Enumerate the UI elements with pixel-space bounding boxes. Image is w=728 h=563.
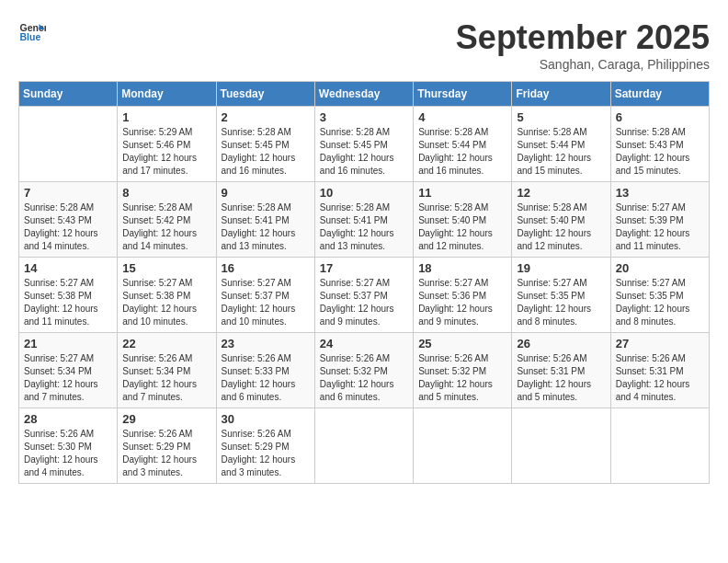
calendar-cell: 18Sunrise: 5:27 AM Sunset: 5:36 PM Dayli… [414, 258, 512, 333]
calendar-cell: 19Sunrise: 5:27 AM Sunset: 5:35 PM Dayli… [512, 258, 610, 333]
day-header-friday: Friday [512, 82, 610, 107]
day-info: Sunrise: 5:28 AM Sunset: 5:45 PM Dayligh… [320, 126, 408, 178]
day-header-thursday: Thursday [414, 82, 512, 107]
calendar-cell: 8Sunrise: 5:28 AM Sunset: 5:42 PM Daylig… [118, 182, 216, 258]
calendar-cell [512, 408, 610, 484]
day-number: 20 [616, 261, 704, 275]
day-number: 10 [320, 186, 408, 200]
calendar-cell: 6Sunrise: 5:28 AM Sunset: 5:43 PM Daylig… [610, 107, 709, 182]
calendar-cell: 17Sunrise: 5:27 AM Sunset: 5:37 PM Dayli… [314, 258, 413, 333]
calendar-cell: 1Sunrise: 5:29 AM Sunset: 5:46 PM Daylig… [118, 107, 216, 182]
day-number: 26 [517, 337, 605, 350]
day-number: 19 [517, 261, 605, 275]
logo: General Blue [18, 18, 46, 46]
calendar-cell [414, 408, 512, 484]
week-row-5: 28Sunrise: 5:26 AM Sunset: 5:30 PM Dayli… [19, 408, 710, 484]
day-info: Sunrise: 5:27 AM Sunset: 5:34 PM Dayligh… [24, 352, 112, 404]
calendar-header-row: SundayMondayTuesdayWednesdayThursdayFrid… [19, 82, 710, 107]
day-number: 2 [222, 110, 310, 124]
day-info: Sunrise: 5:28 AM Sunset: 5:40 PM Dayligh… [517, 201, 605, 253]
day-info: Sunrise: 5:26 AM Sunset: 5:32 PM Dayligh… [418, 352, 506, 404]
day-info: Sunrise: 5:27 AM Sunset: 5:39 PM Dayligh… [616, 201, 704, 253]
calendar-cell: 10Sunrise: 5:28 AM Sunset: 5:41 PM Dayli… [314, 182, 413, 258]
day-info: Sunrise: 5:26 AM Sunset: 5:34 PM Dayligh… [122, 352, 210, 404]
day-header-saturday: Saturday [610, 82, 709, 107]
day-header-tuesday: Tuesday [216, 82, 314, 107]
day-number: 8 [122, 186, 210, 200]
calendar-cell: 16Sunrise: 5:27 AM Sunset: 5:37 PM Dayli… [216, 258, 314, 333]
calendar-cell: 12Sunrise: 5:28 AM Sunset: 5:40 PM Dayli… [512, 182, 610, 258]
day-info: Sunrise: 5:26 AM Sunset: 5:31 PM Dayligh… [616, 352, 704, 404]
day-number: 5 [517, 110, 605, 124]
calendar-cell: 7Sunrise: 5:28 AM Sunset: 5:43 PM Daylig… [19, 182, 118, 258]
title-block: September 2025 Sanghan, Caraga, Philippi… [456, 18, 710, 72]
day-info: Sunrise: 5:27 AM Sunset: 5:37 PM Dayligh… [222, 277, 310, 328]
day-info: Sunrise: 5:26 AM Sunset: 5:30 PM Dayligh… [24, 428, 112, 479]
day-number: 30 [222, 412, 310, 426]
day-info: Sunrise: 5:26 AM Sunset: 5:32 PM Dayligh… [320, 352, 408, 404]
day-number: 28 [24, 412, 112, 426]
calendar-cell: 28Sunrise: 5:26 AM Sunset: 5:30 PM Dayli… [19, 408, 118, 484]
calendar-cell [314, 408, 413, 484]
calendar-cell: 25Sunrise: 5:26 AM Sunset: 5:32 PM Dayli… [414, 333, 512, 408]
day-info: Sunrise: 5:28 AM Sunset: 5:44 PM Dayligh… [517, 126, 605, 178]
calendar-cell: 11Sunrise: 5:28 AM Sunset: 5:40 PM Dayli… [414, 182, 512, 258]
day-header-sunday: Sunday [19, 82, 118, 107]
page-header: General Blue September 2025 Sanghan, Car… [18, 18, 710, 72]
calendar-cell: 24Sunrise: 5:26 AM Sunset: 5:32 PM Dayli… [314, 333, 413, 408]
calendar-cell: 15Sunrise: 5:27 AM Sunset: 5:38 PM Dayli… [118, 258, 216, 333]
day-number: 22 [122, 337, 210, 350]
day-info: Sunrise: 5:29 AM Sunset: 5:46 PM Dayligh… [122, 126, 210, 178]
day-header-monday: Monday [118, 82, 216, 107]
day-info: Sunrise: 5:27 AM Sunset: 5:35 PM Dayligh… [616, 277, 704, 328]
calendar-cell: 3Sunrise: 5:28 AM Sunset: 5:45 PM Daylig… [314, 107, 413, 182]
day-number: 1 [122, 110, 210, 124]
day-info: Sunrise: 5:26 AM Sunset: 5:29 PM Dayligh… [122, 428, 210, 479]
day-number: 7 [24, 186, 112, 200]
day-number: 29 [122, 412, 210, 426]
calendar-cell: 20Sunrise: 5:27 AM Sunset: 5:35 PM Dayli… [610, 258, 709, 333]
day-number: 18 [418, 261, 506, 275]
calendar-cell: 14Sunrise: 5:27 AM Sunset: 5:38 PM Dayli… [19, 258, 118, 333]
day-number: 4 [418, 110, 506, 124]
day-info: Sunrise: 5:28 AM Sunset: 5:43 PM Dayligh… [616, 126, 704, 178]
day-number: 17 [320, 261, 408, 275]
day-number: 11 [418, 186, 506, 200]
week-row-4: 21Sunrise: 5:27 AM Sunset: 5:34 PM Dayli… [19, 333, 710, 408]
day-info: Sunrise: 5:28 AM Sunset: 5:45 PM Dayligh… [222, 126, 310, 178]
day-number: 27 [616, 337, 704, 350]
day-number: 23 [222, 337, 310, 350]
location: Sanghan, Caraga, Philippines [456, 57, 710, 72]
calendar-cell: 9Sunrise: 5:28 AM Sunset: 5:41 PM Daylig… [216, 182, 314, 258]
calendar-cell: 27Sunrise: 5:26 AM Sunset: 5:31 PM Dayli… [610, 333, 709, 408]
calendar-table: SundayMondayTuesdayWednesdayThursdayFrid… [18, 81, 710, 484]
day-info: Sunrise: 5:27 AM Sunset: 5:37 PM Dayligh… [320, 277, 408, 328]
day-info: Sunrise: 5:26 AM Sunset: 5:31 PM Dayligh… [517, 352, 605, 404]
day-info: Sunrise: 5:27 AM Sunset: 5:38 PM Dayligh… [122, 277, 210, 328]
day-number: 14 [24, 261, 112, 275]
day-number: 25 [418, 337, 506, 350]
calendar-cell: 5Sunrise: 5:28 AM Sunset: 5:44 PM Daylig… [512, 107, 610, 182]
day-info: Sunrise: 5:27 AM Sunset: 5:36 PM Dayligh… [418, 277, 506, 328]
calendar-cell: 29Sunrise: 5:26 AM Sunset: 5:29 PM Dayli… [118, 408, 216, 484]
week-row-2: 7Sunrise: 5:28 AM Sunset: 5:43 PM Daylig… [19, 182, 710, 258]
calendar-cell [610, 408, 709, 484]
day-number: 24 [320, 337, 408, 350]
day-number: 3 [320, 110, 408, 124]
day-info: Sunrise: 5:28 AM Sunset: 5:41 PM Dayligh… [320, 201, 408, 253]
day-number: 15 [122, 261, 210, 275]
calendar-cell [19, 107, 118, 182]
day-info: Sunrise: 5:28 AM Sunset: 5:40 PM Dayligh… [418, 201, 506, 253]
day-info: Sunrise: 5:28 AM Sunset: 5:42 PM Dayligh… [122, 201, 210, 253]
calendar-cell: 26Sunrise: 5:26 AM Sunset: 5:31 PM Dayli… [512, 333, 610, 408]
day-header-wednesday: Wednesday [314, 82, 413, 107]
day-info: Sunrise: 5:28 AM Sunset: 5:41 PM Dayligh… [222, 201, 310, 253]
week-row-3: 14Sunrise: 5:27 AM Sunset: 5:38 PM Dayli… [19, 258, 710, 333]
calendar-cell: 23Sunrise: 5:26 AM Sunset: 5:33 PM Dayli… [216, 333, 314, 408]
day-number: 6 [616, 110, 704, 124]
day-info: Sunrise: 5:27 AM Sunset: 5:38 PM Dayligh… [24, 277, 112, 328]
svg-text:Blue: Blue [20, 31, 41, 42]
logo-icon: General Blue [18, 18, 46, 46]
month-title: September 2025 [456, 18, 710, 57]
day-info: Sunrise: 5:28 AM Sunset: 5:43 PM Dayligh… [24, 201, 112, 253]
